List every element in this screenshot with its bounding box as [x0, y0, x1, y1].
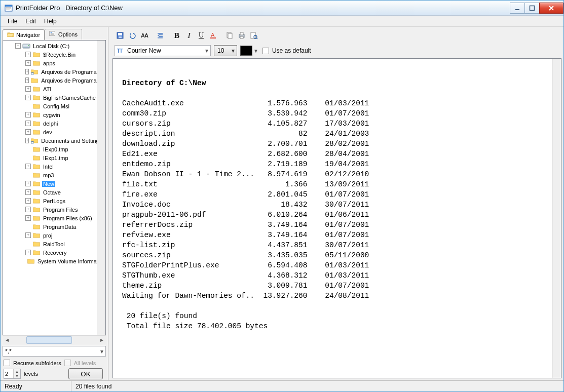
- tree-item[interactable]: +New: [3, 179, 97, 188]
- tree-vscroll[interactable]: [97, 41, 105, 335]
- svg-rect-3: [6, 9, 11, 9]
- folder-icon: [32, 60, 41, 67]
- tree-item[interactable]: +ATI: [3, 85, 97, 93]
- undo-icon[interactable]: [127, 30, 138, 41]
- recurse-checkbox[interactable]: [4, 360, 10, 366]
- content-vscroll[interactable]: [552, 59, 561, 378]
- tree-item[interactable]: System Volume Information: [3, 257, 97, 265]
- menu-edit[interactable]: Edit: [21, 17, 40, 26]
- expander-icon[interactable]: +: [25, 232, 31, 238]
- svg-rect-9: [51, 33, 54, 34]
- color-drop-icon[interactable]: ▼: [252, 48, 259, 54]
- tree-item[interactable]: ProgramData: [3, 222, 97, 231]
- print-icon[interactable]: [236, 30, 247, 41]
- tree-item[interactable]: mp3: [3, 171, 97, 179]
- menu-help[interactable]: Help: [40, 17, 61, 26]
- expander-icon[interactable]: +: [25, 77, 29, 83]
- expander-icon[interactable]: +: [25, 164, 31, 169]
- underline-icon[interactable]: U: [196, 30, 207, 41]
- expander-icon[interactable]: +: [25, 60, 31, 66]
- tree-item[interactable]: +Program Files (x86): [3, 214, 97, 222]
- tree-item[interactable]: +Intel: [3, 162, 97, 171]
- tree-item[interactable]: +Program Files: [3, 205, 97, 214]
- bold-icon[interactable]: B: [171, 30, 182, 41]
- italic-icon[interactable]: I: [183, 30, 195, 41]
- expander-icon[interactable]: +: [25, 121, 31, 126]
- tree-root-label[interactable]: Local Disk (C:): [32, 43, 70, 49]
- listing-text[interactable]: Directory of C:\New CacheAudit.exe 1.576…: [122, 78, 552, 331]
- tree-item[interactable]: +dev: [3, 128, 97, 136]
- size-combo[interactable]: 10: [214, 45, 237, 56]
- tree-item[interactable]: +Documents and Settings: [3, 136, 97, 145]
- menu-file[interactable]: File: [4, 17, 21, 26]
- tab-navigator[interactable]: Navigator: [3, 29, 45, 40]
- tree-item-label: mp3: [42, 172, 55, 178]
- expander-icon[interactable]: [25, 103, 31, 109]
- tree-item[interactable]: +delphi: [3, 119, 97, 128]
- svg-text:A: A: [211, 32, 215, 38]
- ok-button[interactable]: OK: [68, 368, 103, 379]
- find-icon[interactable]: AA: [139, 30, 150, 41]
- tree-item[interactable]: RaidTool: [3, 240, 97, 248]
- expander-icon[interactable]: +: [25, 207, 31, 212]
- font-color-icon[interactable]: A: [208, 30, 219, 41]
- tab-options-label: Options: [58, 31, 78, 37]
- expander-icon[interactable]: +: [25, 95, 31, 100]
- minimize-button[interactable]: [510, 3, 525, 14]
- tree-item[interactable]: +Recovery: [3, 248, 97, 257]
- expander-icon[interactable]: +: [25, 250, 31, 255]
- all-levels-checkbox[interactable]: [64, 360, 71, 366]
- tree-item[interactable]: +BigFishGamesCache: [3, 93, 97, 102]
- maximize-button[interactable]: [524, 3, 540, 14]
- svg-point-13: [28, 45, 29, 46]
- svg-rect-1: [5, 5, 12, 7]
- expander-icon[interactable]: [25, 155, 31, 161]
- expander-icon[interactable]: [25, 146, 31, 152]
- folder-icon: [32, 51, 41, 58]
- tree-item-label: Intel: [42, 164, 55, 170]
- tree-item[interactable]: +Arquivos de Programas: [3, 76, 97, 85]
- tree-item[interactable]: Config.Msi: [3, 102, 97, 110]
- expander-icon[interactable]: +: [25, 215, 31, 221]
- tree-item[interactable]: +cygwin: [3, 110, 97, 119]
- expander-icon[interactable]: +: [25, 86, 31, 92]
- use-default-checkbox[interactable]: [262, 48, 269, 54]
- color-well[interactable]: [240, 46, 252, 56]
- filter-combo[interactable]: *.*: [3, 346, 106, 357]
- levels-spinner[interactable]: 2 ▲▼: [4, 369, 21, 379]
- expander-icon[interactable]: −: [15, 43, 21, 49]
- tree-item[interactable]: +PerfLogs: [3, 197, 97, 205]
- expander-icon[interactable]: +: [25, 112, 31, 117]
- folder-tree[interactable]: −Local Disk (C:)+$Recycle.Bin+apps+Arqui…: [3, 41, 97, 335]
- close-button[interactable]: [539, 3, 563, 14]
- expander-icon[interactable]: [25, 241, 31, 247]
- preview-icon[interactable]: [248, 30, 259, 41]
- tree-hscroll[interactable]: ◂▸: [3, 335, 106, 344]
- expander-icon[interactable]: +: [25, 129, 31, 135]
- expander-icon[interactable]: +: [25, 52, 31, 57]
- status-right: 20 files found: [71, 381, 563, 391]
- tree-item[interactable]: IExp1.tmp: [3, 153, 97, 162]
- expander-icon[interactable]: +: [25, 138, 29, 143]
- tree-item[interactable]: +Arquivos de Programa: [3, 67, 97, 76]
- tree-item[interactable]: +$Recycle.Bin: [3, 50, 97, 59]
- tree-item[interactable]: +apps: [3, 59, 97, 67]
- tree-item[interactable]: IExp0.tmp: [3, 145, 97, 153]
- folder-icon: [32, 215, 41, 222]
- tree-item[interactable]: +proj: [3, 231, 97, 240]
- expander-icon[interactable]: [25, 172, 31, 178]
- copy-icon[interactable]: [224, 30, 235, 41]
- indent-icon[interactable]: [155, 30, 166, 41]
- tab-options[interactable]: Options: [45, 29, 82, 40]
- expander-icon[interactable]: +: [25, 198, 31, 204]
- expander-icon[interactable]: +: [25, 69, 29, 74]
- titlebar[interactable]: PrintFolder Pro Directory of C:\New: [1, 1, 563, 16]
- folder-icon: [32, 198, 41, 205]
- options-icon: [49, 31, 56, 38]
- expander-icon[interactable]: [25, 224, 31, 229]
- expander-icon[interactable]: +: [25, 189, 31, 195]
- expander-icon[interactable]: +: [25, 181, 31, 186]
- font-combo[interactable]: TT Courier New: [115, 45, 211, 56]
- tree-item[interactable]: +Octave: [3, 188, 97, 197]
- save-icon[interactable]: [115, 30, 126, 41]
